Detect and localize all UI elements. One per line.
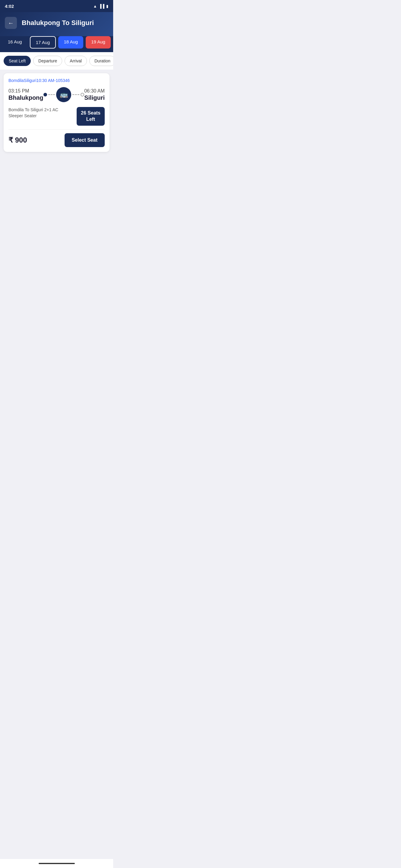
wifi-icon: ▲ xyxy=(93,4,97,8)
filter-chip-arrival[interactable]: Arrival xyxy=(64,56,87,66)
back-arrow-icon: ← xyxy=(8,20,14,27)
status-icons: ▲ ▐▐ ▮ xyxy=(93,4,108,8)
arrival-dot xyxy=(81,93,84,96)
main-content: BomdilaSiliguri10:30 AM-105346 03:15 PM … xyxy=(0,70,113,250)
card-divider xyxy=(8,129,105,130)
back-button[interactable]: ← xyxy=(5,17,17,29)
route-row: 03:15 PM Bhalukpong 🚌 06:30 AM Siliguri xyxy=(8,87,105,102)
date-tab-18aug[interactable]: 18 Aug xyxy=(58,36,83,49)
arrival-point: 06:30 AM Siliguri xyxy=(84,88,105,101)
departure-time: 03:15 PM xyxy=(8,88,44,94)
select-seat-button[interactable]: Select Seat xyxy=(64,133,105,147)
bus-info-row: Bomdila To Siliguri 2+1 AC Sleeper Seate… xyxy=(8,107,105,126)
status-bar: 4:02 ▲ ▐▐ ▮ xyxy=(0,0,113,12)
dashed-line-left xyxy=(48,94,55,95)
status-time: 4:02 xyxy=(5,4,14,9)
date-tabs: 16 Aug 17 Aug 18 Aug 19 Aug 20 A xyxy=(0,36,113,52)
departure-dot xyxy=(44,93,47,96)
battery-icon: ▮ xyxy=(106,4,108,8)
filter-chip-seat-left[interactable]: Seat Left xyxy=(4,56,31,66)
seats-line2: Left xyxy=(81,116,101,123)
departure-city: Bhalukpong xyxy=(8,94,44,101)
arrival-time: 06:30 AM xyxy=(84,88,105,94)
bus-type: Bomdila To Siliguri 2+1 AC Sleeper Seate… xyxy=(8,107,69,119)
arrival-city: Siliguri xyxy=(84,94,105,101)
date-tab-19aug[interactable]: 19 Aug xyxy=(86,36,111,49)
price: ₹ 900 xyxy=(8,136,27,144)
dashed-line-right xyxy=(73,94,79,95)
seats-badge: 26 Seats Left xyxy=(77,107,105,126)
signal-icon: ▐▐ xyxy=(99,4,105,8)
filter-chip-departure[interactable]: Departure xyxy=(33,56,62,66)
seats-line1: 26 Seats xyxy=(81,110,101,116)
bus-icon: 🚌 xyxy=(60,91,68,98)
filter-bar: Seat Left Departure Arrival Duration xyxy=(0,52,113,70)
filter-chip-duration[interactable]: Duration xyxy=(89,56,113,66)
bus-icon-circle: 🚌 xyxy=(56,87,71,102)
date-tab-17aug[interactable]: 17 Aug xyxy=(30,36,56,49)
departure-point: 03:15 PM Bhalukpong xyxy=(8,88,44,101)
route-visual: 🚌 xyxy=(44,87,85,102)
bus-route-header: BomdilaSiliguri10:30 AM-105346 xyxy=(8,78,105,83)
bus-card: BomdilaSiliguri10:30 AM-105346 03:15 PM … xyxy=(4,73,110,152)
price-action-row: ₹ 900 Select Seat xyxy=(8,133,105,147)
header: ← Bhalukpong To Siliguri xyxy=(0,12,113,36)
page-title: Bhalukpong To Siliguri xyxy=(22,19,94,27)
date-tab-16aug[interactable]: 16 Aug xyxy=(2,36,27,49)
